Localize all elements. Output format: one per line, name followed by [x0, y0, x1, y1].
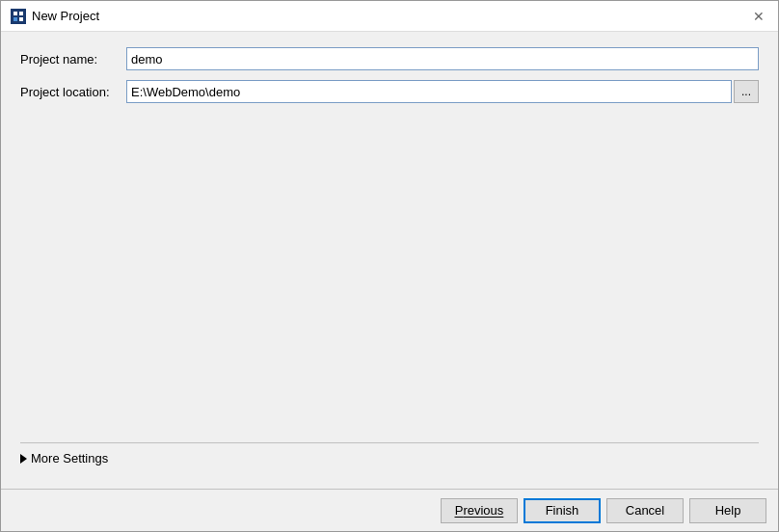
svg-rect-4	[19, 17, 23, 21]
expand-icon	[20, 454, 27, 464]
help-button[interactable]: Help	[689, 498, 766, 523]
project-name-row: Project name:	[20, 47, 759, 70]
browse-button[interactable]: ...	[734, 80, 759, 103]
svg-rect-1	[13, 12, 17, 15]
new-project-dialog: New Project ✕ Project name: Project loca…	[0, 0, 779, 532]
more-settings-label: More Settings	[31, 451, 108, 466]
title-bar: New Project ✕	[1, 1, 778, 32]
cancel-button[interactable]: Cancel	[606, 498, 684, 523]
finish-button[interactable]: Finish	[524, 498, 601, 523]
project-name-label: Project name:	[20, 52, 126, 66]
dialog-title: New Project	[32, 9, 99, 23]
title-bar-left: New Project	[11, 9, 99, 24]
content-spacer	[20, 113, 759, 442]
close-button[interactable]: ✕	[749, 7, 768, 26]
app-icon	[11, 9, 26, 24]
dialog-content: Project name: Project location: ... More…	[1, 32, 778, 489]
project-location-label: Project location:	[20, 85, 126, 99]
svg-rect-2	[19, 12, 23, 15]
project-location-row: Project location: ...	[20, 80, 759, 103]
previous-button[interactable]: Previous	[441, 498, 518, 523]
svg-rect-3	[13, 17, 17, 21]
dialog-footer: Previous Finish Cancel Help	[1, 489, 778, 531]
project-name-input[interactable]	[126, 47, 759, 70]
more-settings-section[interactable]: More Settings	[20, 442, 759, 473]
project-location-input[interactable]	[126, 80, 732, 103]
